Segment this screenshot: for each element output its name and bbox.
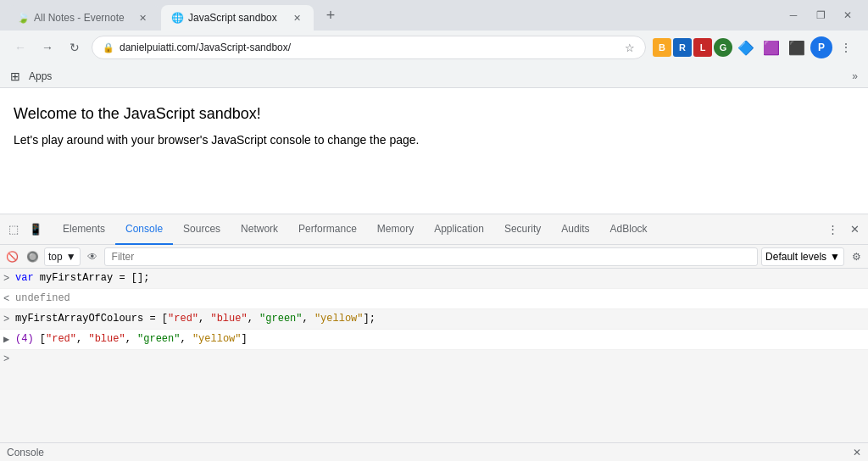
context-chevron-icon: ▼: [66, 251, 76, 263]
tab-bar: 🍃 All Notes - Evernote ✕ 🌐 JavaScript sa…: [0, 0, 868, 31]
devtools-close-icon[interactable]: ✕: [844, 219, 865, 240]
maximize-button[interactable]: ❐: [814, 8, 827, 22]
tab-performance[interactable]: Performance: [288, 214, 367, 245]
avatar[interactable]: P: [810, 36, 832, 58]
tab-network[interactable]: Network: [231, 214, 288, 245]
console-line-4: ▶ (4) ["red", "blue", "green", "yellow"]: [0, 330, 868, 350]
console-output: > var myFirstArray = []; < undefined > m…: [0, 269, 868, 442]
browser-chrome: 🍃 All Notes - Evernote ✕ 🌐 JavaScript sa…: [0, 0, 868, 88]
prompt-caret: >: [3, 351, 15, 368]
toolbar-icons: B R L G 🔷 🟪 ⬛ P ⋮: [653, 36, 858, 59]
page-subtitle: Let's play around with your browser's Ja…: [14, 133, 854, 147]
tab-adblock[interactable]: AdBlock: [600, 214, 658, 245]
context-value: top: [48, 251, 63, 263]
tab-application[interactable]: Application: [424, 214, 494, 245]
levels-label: Default levels: [765, 251, 826, 263]
apps-label: Apps: [29, 70, 52, 82]
url-actions: ☆: [625, 42, 635, 54]
ext-icon-4[interactable]: G: [714, 38, 732, 57]
context-select[interactable]: top ▼: [44, 247, 81, 266]
levels-chevron-icon: ▼: [830, 251, 840, 263]
devtools-more-icon[interactable]: ⋮: [822, 219, 843, 240]
levels-select[interactable]: Default levels ▼: [761, 247, 844, 266]
tab-security[interactable]: Security: [494, 214, 551, 245]
forward-button[interactable]: →: [37, 37, 58, 58]
devtools-left-icons: ⬚ 📱: [3, 219, 53, 240]
lock-icon: 🔒: [103, 42, 114, 53]
tab-audits[interactable]: Audits: [551, 214, 599, 245]
expand-caret-4[interactable]: ▶: [3, 330, 15, 348]
tab-console[interactable]: Console: [115, 214, 173, 245]
devtools-device-icon[interactable]: 📱: [25, 219, 46, 240]
ext-icon-1[interactable]: B: [653, 38, 671, 57]
console-toolbar: 🚫 🔘 top ▼ 👁 Default levels ▼ ⚙: [0, 245, 868, 269]
status-close-icon[interactable]: ✕: [853, 447, 861, 458]
address-bar: ← → ↻ 🔒 danielpuiatti.com/JavaScript-san…: [0, 31, 868, 64]
back-button[interactable]: ←: [10, 37, 31, 58]
eye-icon[interactable]: 👁: [84, 248, 101, 265]
console-prompt: >: [0, 350, 868, 369]
minimize-button[interactable]: ─: [787, 8, 800, 22]
tab-close-evernote[interactable]: ✕: [136, 11, 149, 25]
new-tab-button[interactable]: +: [319, 3, 342, 27]
page-heading: Welcome to the JavaScript sandbox!: [14, 105, 854, 123]
console-line-2: < undefined: [0, 289, 868, 309]
console-text-3: myFirstArrayOfColours = ["red", "blue", …: [15, 310, 865, 327]
url-text: danielpuiatti.com/JavaScript-sandbox/: [120, 42, 620, 53]
more-bookmarks[interactable]: »: [852, 70, 858, 82]
tab-sources[interactable]: Sources: [173, 214, 231, 245]
url-bar[interactable]: 🔒 danielpuiatti.com/JavaScript-sandbox/ …: [92, 36, 646, 59]
tab-memory[interactable]: Memory: [367, 214, 424, 245]
input-caret-3: >: [3, 310, 15, 328]
tab-title-js: JavaScript sandbox: [188, 12, 285, 24]
tab-favicon-js: 🌐: [171, 12, 183, 24]
apps-grid-icon: ⊞: [10, 69, 20, 83]
console-filter-icon[interactable]: 🔘: [24, 248, 41, 265]
tab-elements[interactable]: Elements: [53, 214, 115, 245]
tab-evernote[interactable]: 🍃 All Notes - Evernote ✕: [7, 5, 159, 31]
tab-js-sandbox[interactable]: 🌐 JavaScript sandbox ✕: [161, 5, 314, 31]
status-label: Console: [7, 447, 44, 458]
console-input[interactable]: [15, 353, 865, 365]
page-content: Welcome to the JavaScript sandbox! Let's…: [0, 88, 868, 214]
console-clear-icon[interactable]: 🚫: [3, 248, 20, 265]
tab-title-evernote: All Notes - Evernote: [34, 12, 131, 24]
reload-button[interactable]: ↻: [64, 37, 85, 58]
devtools-tab-list: Elements Console Sources Network Perform…: [53, 214, 822, 245]
bookmarks-bar: ⊞ Apps »: [0, 64, 868, 88]
console-text-4: (4) ["red", "blue", "green", "yellow"]: [15, 330, 865, 347]
devtools-right-icons: ⋮ ✕: [822, 219, 865, 240]
ext-icon-5[interactable]: 🔷: [734, 36, 758, 59]
ext-icon-6[interactable]: 🟪: [760, 36, 783, 59]
menu-button[interactable]: ⋮: [834, 36, 858, 59]
input-caret-1: >: [3, 269, 15, 287]
tab-close-js[interactable]: ✕: [290, 11, 303, 25]
console-line-3: > myFirstArrayOfColours = ["red", "blue"…: [0, 309, 868, 330]
ext-icon-3[interactable]: L: [693, 38, 712, 57]
devtools-tab-bar: ⬚ 📱 Elements Console Sources Network Per…: [0, 214, 868, 245]
star-icon[interactable]: ☆: [625, 42, 635, 54]
output-caret-2: <: [3, 290, 15, 308]
ext-icon-7[interactable]: ⬛: [785, 36, 809, 59]
ext-icon-2[interactable]: R: [673, 38, 692, 57]
console-line-1: > var myFirstArray = [];: [0, 269, 868, 289]
console-text-2: undefined: [15, 290, 865, 307]
tab-favicon-evernote: 🍃: [17, 12, 29, 24]
console-text-1: var myFirstArray = [];: [15, 269, 865, 286]
window-controls: ─ ❐ ✕: [787, 8, 861, 22]
apps-bookmark[interactable]: Apps: [24, 69, 57, 84]
console-settings-icon[interactable]: ⚙: [848, 248, 865, 265]
devtools-inspect-icon[interactable]: ⬚: [3, 219, 24, 240]
close-window-button[interactable]: ✕: [841, 8, 854, 22]
status-bar: Console ✕: [0, 442, 868, 461]
filter-input[interactable]: [104, 247, 758, 266]
devtools-panel: ⬚ 📱 Elements Console Sources Network Per…: [0, 214, 868, 442]
